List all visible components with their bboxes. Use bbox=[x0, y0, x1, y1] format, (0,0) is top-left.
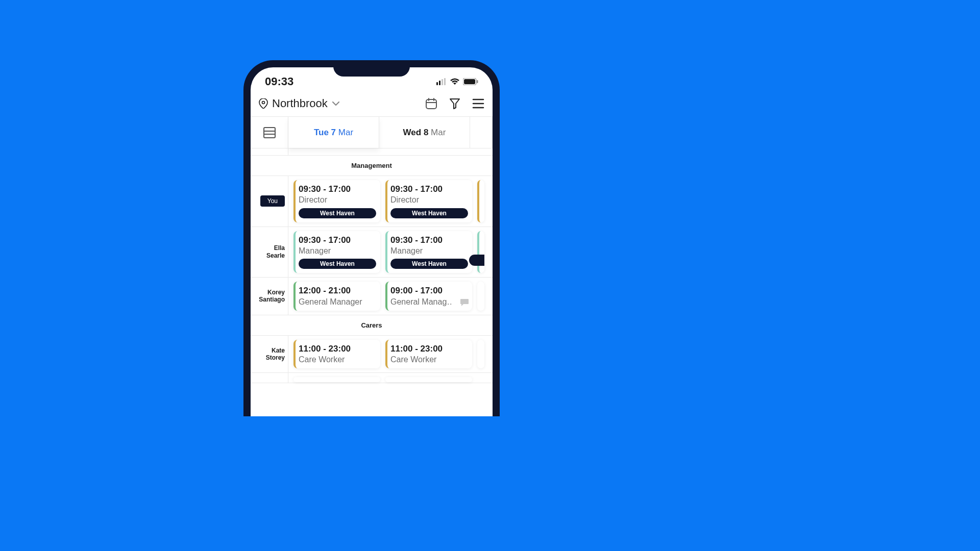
shift-role: Care Worker bbox=[390, 355, 468, 364]
schedule-content: Management You 09:30 - 17:00 Director We… bbox=[251, 148, 493, 383]
status-icons bbox=[436, 78, 478, 85]
hamburger-icon bbox=[472, 98, 484, 109]
shift-card-peek[interactable] bbox=[477, 180, 484, 222]
menu-button[interactable] bbox=[472, 98, 484, 109]
tab-active-day: Tue 7 bbox=[314, 128, 336, 138]
shift-cells: 09:30 - 17:00 Manager West Haven 09:30 -… bbox=[288, 227, 493, 278]
battery-icon bbox=[463, 78, 478, 85]
shift-time: 09:00 - 17:00 bbox=[390, 286, 468, 296]
tab-next-day: Wed 8 bbox=[403, 128, 429, 138]
section-header-carers: Carers bbox=[251, 315, 493, 336]
tab-tue-7-mar[interactable]: Tue 7 Mar bbox=[288, 117, 379, 148]
tab-active-month: Mar bbox=[338, 128, 353, 138]
svg-rect-8 bbox=[426, 99, 436, 109]
shift-card-you-wed[interactable]: 09:30 - 17:00 Director West Haven bbox=[385, 180, 472, 222]
shift-time: 11:00 - 23:00 bbox=[299, 344, 376, 354]
status-time: 09:33 bbox=[265, 75, 293, 88]
person-first: Ella bbox=[274, 244, 285, 252]
shift-location-pill: West Haven bbox=[390, 259, 468, 269]
row-name-partial bbox=[251, 373, 288, 383]
shift-role: Director bbox=[390, 195, 468, 205]
person-first: Kate bbox=[272, 347, 285, 354]
shift-role: Director bbox=[299, 195, 376, 205]
app-header: Northbrook bbox=[251, 93, 493, 117]
person-last: Santiago bbox=[259, 296, 285, 303]
row-name-kate: Kate Storey bbox=[251, 336, 288, 373]
cellular-icon bbox=[436, 78, 447, 85]
schedule-row-you: You 09:30 - 17:00 Director West Haven 09… bbox=[251, 176, 493, 227]
svg-rect-1 bbox=[439, 81, 440, 85]
filter-icon bbox=[449, 97, 461, 110]
section-header-management: Management bbox=[251, 156, 493, 176]
shift-time: 09:30 - 17:00 bbox=[390, 235, 468, 245]
row-name-ella: Ella Searle bbox=[251, 227, 288, 278]
shift-role: Manager bbox=[390, 246, 468, 256]
shift-location-pill-peek bbox=[469, 255, 484, 266]
shift-card-ella-tue[interactable]: 09:30 - 17:00 Manager West Haven bbox=[293, 231, 380, 273]
location-pin-icon bbox=[259, 98, 268, 109]
shift-time: 12:00 - 21:00 bbox=[299, 286, 376, 296]
shift-time: 09:30 - 17:00 bbox=[299, 184, 376, 194]
you-pill: You bbox=[260, 195, 285, 207]
person-first: Korey bbox=[267, 289, 285, 296]
shift-card-korey-tue[interactable]: 12:00 - 21:00 General Manager bbox=[293, 282, 380, 311]
person-last: Searle bbox=[266, 252, 285, 259]
tab-wed-8-mar[interactable]: Wed 8 Mar bbox=[379, 117, 470, 148]
shift-role: Care Worker bbox=[299, 355, 376, 364]
chevron-down-icon bbox=[332, 101, 340, 106]
header-actions bbox=[425, 97, 484, 110]
schedule-row-korey: Korey Santiago 12:00 - 21:00 General Man… bbox=[251, 278, 493, 315]
shift-card-peek[interactable] bbox=[293, 377, 380, 382]
svg-rect-2 bbox=[442, 79, 443, 85]
calendar-button[interactable] bbox=[425, 97, 437, 110]
svg-rect-5 bbox=[464, 79, 475, 84]
filter-button[interactable] bbox=[449, 97, 461, 110]
shift-card-ella-wed[interactable]: 09:30 - 17:00 Manager West Haven bbox=[385, 231, 472, 273]
shift-time: 09:30 - 17:00 bbox=[299, 235, 376, 245]
shift-time: 11:00 - 23:00 bbox=[390, 344, 468, 354]
tab-overflow[interactable] bbox=[470, 117, 493, 148]
shift-card-you-tue[interactable]: 09:30 - 17:00 Director West Haven bbox=[293, 180, 380, 222]
view-toggle-button[interactable] bbox=[251, 117, 288, 148]
date-tabs: Tue 7 Mar Wed 8 Mar bbox=[251, 117, 493, 148]
shift-card-kate-wed[interactable]: 11:00 - 23:00 Care Worker bbox=[385, 340, 472, 369]
shift-location-pill: West Haven bbox=[299, 259, 376, 269]
shift-cells: 09:30 - 17:00 Director West Haven 09:30 … bbox=[288, 176, 493, 227]
shift-time: 09:30 - 17:00 bbox=[390, 184, 468, 194]
shift-location-pill: West Haven bbox=[390, 208, 468, 218]
chat-icon bbox=[460, 298, 469, 307]
shift-card-korey-wed[interactable]: 09:00 - 17:00 General Manag… bbox=[385, 282, 472, 311]
person-last: Storey bbox=[266, 354, 285, 361]
shift-card-kate-tue[interactable]: 11:00 - 23:00 Care Worker bbox=[293, 340, 380, 369]
shift-cells bbox=[288, 373, 493, 383]
notch bbox=[333, 60, 410, 77]
shift-card-peek[interactable] bbox=[477, 282, 484, 311]
svg-rect-0 bbox=[436, 82, 438, 85]
svg-rect-3 bbox=[444, 78, 446, 85]
shift-card-peek[interactable] bbox=[477, 231, 484, 273]
shift-role: General Manag… bbox=[390, 297, 452, 307]
shift-location-pill: West Haven bbox=[299, 208, 376, 218]
shift-card-peek[interactable] bbox=[385, 377, 472, 382]
row-name-korey: Korey Santiago bbox=[251, 278, 288, 315]
shift-card-peek[interactable] bbox=[477, 340, 484, 369]
shift-role: General Manager bbox=[299, 297, 376, 307]
list-view-icon bbox=[263, 127, 276, 138]
row-name-you: You bbox=[251, 176, 288, 227]
location-dropdown[interactable]: Northbrook bbox=[259, 97, 340, 110]
shift-cells: 11:00 - 23:00 Care Worker 11:00 - 23:00 … bbox=[288, 336, 493, 373]
svg-point-7 bbox=[262, 102, 265, 104]
schedule-row-kate: Kate Storey 11:00 - 23:00 Care Worker 11… bbox=[251, 336, 493, 373]
tab-next-month: Mar bbox=[431, 128, 446, 138]
schedule-row-ella: Ella Searle 09:30 - 17:00 Manager West H… bbox=[251, 227, 493, 278]
screen: 09:33 bbox=[251, 67, 493, 416]
calendar-icon bbox=[425, 97, 437, 110]
shift-role: Manager bbox=[299, 246, 376, 256]
wifi-icon bbox=[450, 78, 460, 85]
svg-rect-15 bbox=[264, 128, 275, 138]
svg-rect-6 bbox=[477, 80, 478, 83]
phone-frame: 09:33 bbox=[243, 60, 500, 416]
location-name: Northbrook bbox=[272, 97, 328, 110]
schedule-row-partial bbox=[251, 373, 493, 383]
shift-cells: 12:00 - 21:00 General Manager 09:00 - 17… bbox=[288, 278, 493, 315]
